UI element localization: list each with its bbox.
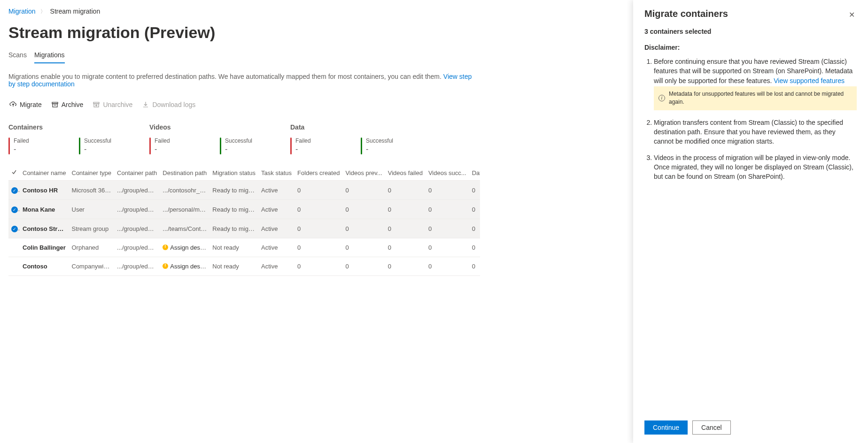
table-row[interactable]: ✓ Contoso HR Microsoft 365 group .../gro… — [8, 181, 480, 200]
toolbar: Migrate Archive Unarchive Download logs — [8, 99, 480, 110]
unarchive-icon — [93, 101, 100, 108]
container-type: User — [69, 200, 115, 219]
folders-created: 0 — [294, 200, 342, 219]
stats-group-label: Videos — [149, 123, 262, 131]
breadcrumb-root[interactable]: Migration — [8, 8, 36, 15]
videos-failed: 0 — [385, 181, 426, 200]
videos-succ: 0 — [426, 181, 469, 200]
cloud-upload-icon — [9, 101, 17, 108]
migration-status: Not ready — [209, 257, 258, 276]
folders-created: 0 — [294, 238, 342, 257]
container-path: .../group/ed53... — [114, 181, 160, 200]
container-name: Contoso — [20, 257, 69, 276]
container-name: Mona Kane — [20, 200, 69, 219]
task-status: Active — [258, 200, 294, 219]
col-videos-prev[interactable]: Videos prev... — [342, 166, 385, 181]
checkmark-icon[interactable]: ✓ — [11, 187, 18, 194]
col-videos-failed[interactable]: Videos failed — [385, 166, 426, 181]
close-button[interactable]: ✕ — [847, 8, 857, 21]
selected-count: 3 containers selected — [644, 28, 857, 35]
videos-succ: 0 — [426, 200, 469, 219]
col-migration-status[interactable]: Migration status — [209, 166, 258, 181]
download-icon — [142, 101, 149, 108]
disclaimer-item-1: Before continuing ensure that you have r… — [654, 57, 857, 110]
container-path: .../group/ed53... — [114, 219, 160, 238]
col-data-prev[interactable]: Data previo... — [469, 166, 480, 181]
videos-prev: 0 — [342, 238, 385, 257]
tab-migrations[interactable]: Migrations — [34, 48, 65, 63]
videos-succ: 0 — [426, 219, 469, 238]
stat-successful: Successful- — [220, 137, 262, 154]
folders-created: 0 — [294, 219, 342, 238]
col-select[interactable] — [8, 166, 20, 181]
table-row[interactable]: ✓ Contoso Stream Group Stream group .../… — [8, 219, 480, 238]
col-task-status[interactable]: Task status — [258, 166, 294, 181]
data-prev: 0 — [469, 257, 480, 276]
archive-button[interactable]: Archive — [50, 99, 85, 110]
migrate-button[interactable]: Migrate — [8, 99, 43, 110]
data-prev: 0 — [469, 200, 480, 219]
videos-failed: 0 — [385, 219, 426, 238]
task-status: Active — [258, 219, 294, 238]
col-folders[interactable]: Folders created — [294, 166, 342, 181]
checkmark-icon[interactable]: ✓ — [11, 226, 18, 232]
container-type: Orphaned — [69, 238, 115, 257]
table-row[interactable]: Colin Ballinger Orphaned .../group/ed53.… — [8, 238, 480, 257]
assign-destination-link[interactable]: Assign destination — [170, 263, 209, 270]
container-path: .../group/ed53... — [114, 238, 160, 257]
destination-path: Assign destination — [160, 257, 209, 276]
videos-prev: 0 — [342, 219, 385, 238]
continue-button[interactable]: Continue — [644, 420, 688, 435]
migration-status: Ready to migrate — [209, 219, 258, 238]
col-container-path[interactable]: Container path — [114, 166, 160, 181]
videos-failed: 0 — [385, 200, 426, 219]
table-row[interactable]: ✓ Mona Kane User .../group/ed53... .../p… — [8, 200, 480, 219]
supported-features-link[interactable]: View supported features — [774, 77, 845, 84]
disclaimer-item-3: Videos in the process of migration will … — [654, 153, 857, 182]
container-type: Companywide channel — [69, 257, 115, 276]
videos-prev: 0 — [342, 257, 385, 276]
videos-prev: 0 — [342, 200, 385, 219]
task-status: Active — [258, 238, 294, 257]
cancel-button[interactable]: Cancel — [692, 420, 731, 435]
stat-successful: Successful- — [79, 137, 121, 154]
container-name: Contoso Stream Group — [20, 219, 69, 238]
disclaimer-item-2: Migration transfers content from Stream … — [654, 118, 857, 146]
archive-icon — [51, 101, 59, 108]
container-name: Contoso HR — [20, 181, 69, 200]
warning-icon — [163, 263, 168, 269]
container-path: .../group/ed53... — [114, 200, 160, 219]
breadcrumb-current: Stream migration — [50, 8, 101, 15]
info-banner: i Metadata for unsupported features will… — [654, 86, 857, 110]
warning-icon — [163, 244, 168, 250]
container-type: Microsoft 365 group — [69, 181, 115, 200]
col-videos-succ[interactable]: Videos succ... — [426, 166, 469, 181]
containers-table: Container name Container type Container … — [8, 166, 480, 276]
container-path: .../group/ed53... — [114, 257, 160, 276]
videos-failed: 0 — [385, 238, 426, 257]
checkmark-icon[interactable]: ✓ — [11, 206, 18, 213]
tab-scans[interactable]: Scans — [8, 48, 27, 63]
migration-status: Ready to migrate — [209, 181, 258, 200]
assign-destination-link[interactable]: Assign destination — [170, 244, 209, 251]
migrate-containers-panel: Migrate containers ✕ 3 containers select… — [633, 0, 868, 443]
videos-succ: 0 — [426, 238, 469, 257]
folders-created: 0 — [294, 257, 342, 276]
page-title: Stream migration (Preview) — [8, 23, 480, 42]
container-name: Colin Ballinger — [20, 238, 69, 257]
container-type: Stream group — [69, 219, 115, 238]
unarchive-button: Unarchive — [92, 99, 133, 110]
info-icon: i — [659, 95, 665, 101]
videos-failed: 0 — [385, 257, 426, 276]
stats-group-label: Data — [290, 123, 403, 131]
col-name[interactable]: Container name — [20, 166, 69, 181]
task-status: Active — [258, 181, 294, 200]
panel-title: Migrate containers — [644, 8, 728, 19]
folders-created: 0 — [294, 181, 342, 200]
col-destination-path[interactable]: Destination path — [160, 166, 209, 181]
col-type[interactable]: Container type — [69, 166, 115, 181]
data-prev: 0 — [469, 238, 480, 257]
breadcrumb: Migration 〉 Stream migration — [8, 8, 480, 15]
disclaimer-label: Disclaimer: — [644, 44, 857, 51]
table-row[interactable]: Contoso Companywide channel .../group/ed… — [8, 257, 480, 276]
